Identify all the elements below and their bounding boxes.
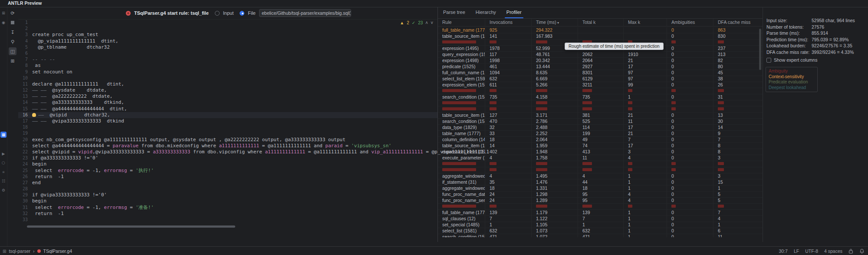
scroll-to-source-icon[interactable]: ↧ (9, 28, 16, 36)
file-radio-label[interactable]: File (248, 10, 256, 16)
profiler-row[interactable]: expression (1498)199820.342206421082 (438, 58, 763, 64)
column-header[interactable]: Time (ms) ▾ (531, 19, 578, 26)
editor-line[interactable]: 9set nocount on (18, 69, 437, 75)
find-icon[interactable]: ⚲ (9, 38, 16, 46)
status-file[interactable]: TSqlParser.g4 (43, 248, 72, 254)
editor-line[interactable]: 33 (18, 217, 437, 223)
profiler-row-ambiguous[interactable] (438, 204, 763, 210)
profiler-row-ambiguous[interactable] (438, 100, 763, 106)
column-header[interactable]: Ambiguities (667, 19, 713, 26)
table-scrollbar[interactable] (759, 29, 761, 70)
editor-line[interactable]: 16—— @vipid dtchar32, (18, 112, 437, 118)
expert-columns-label[interactable]: Show expert columns (774, 57, 817, 63)
window-menu-icon[interactable]: ⊞ (3, 249, 6, 254)
editor-line[interactable]: 21select @a4444444444444444 = paravalue … (18, 143, 437, 149)
profiler-row[interactable]: table_source_item (16...141167.9830830 (438, 33, 763, 40)
editor-line[interactable]: 18 (18, 124, 437, 130)
code-editor[interactable]: 123create proc up_com_test4 @p_vipa11111… (18, 19, 437, 242)
editor-line[interactable]: 11declare @a1111111111111 dtint, (18, 81, 437, 87)
file-radio[interactable] (240, 11, 244, 16)
editor-line[interactable]: 6 (18, 50, 437, 56)
profiler-row-ambiguous[interactable] (438, 167, 763, 173)
file-path-field[interactable]: ebelice/Github/tsql-parser/examples/big.… (259, 9, 351, 17)
editor-line[interactable]: 23if @a333333333333 !='0' (18, 155, 437, 161)
column-header[interactable]: Total k (578, 19, 623, 26)
editor-line[interactable]: 13—— —— @a2222222222 dtdate, (18, 93, 437, 99)
profiler-row[interactable]: func_proc_name_serv...241.28995405 (438, 198, 763, 204)
editor-line[interactable]: 25 select errorcode = -1, errormsg = '执行… (18, 168, 437, 174)
profiler-row[interactable]: search_condition (1519)7354.1587351031 (438, 94, 763, 100)
project-icon[interactable]: ⊞ (0, 10, 7, 16)
editor-line[interactable]: 10 (18, 75, 437, 81)
editor-lines[interactable]: 123create proc up_com_test4 @p_vipa11111… (18, 20, 437, 223)
commit-icon[interactable]: ◉ (0, 20, 7, 26)
profiler-row-ambiguous[interactable] (438, 106, 763, 113)
column-header[interactable]: DFA cache miss (713, 19, 763, 26)
warning-count[interactable]: 2 (407, 20, 409, 25)
intention-bulb-icon[interactable] (32, 113, 36, 117)
profiler-row[interactable]: aggregate_windowed...181.33118101 (438, 185, 763, 192)
tab-parse-tree[interactable]: Parse tree (438, 7, 470, 18)
column-header[interactable]: Rule (438, 19, 485, 26)
caret-position[interactable]: 30:7 (779, 248, 788, 254)
horizontal-scrollbar[interactable] (27, 225, 235, 228)
profiler-row[interactable]: set_special (1485)11.1051101 (438, 222, 763, 228)
editor-line[interactable]: 1 (18, 20, 437, 26)
editor-line[interactable]: 29if @vipa333333333333 !='0' (18, 192, 437, 198)
column-header[interactable]: Invocations (485, 19, 531, 26)
stop-icon[interactable] (9, 19, 16, 26)
profiler-row[interactable]: if_statement (31)351.476441015 (438, 179, 763, 185)
encoding-indicator[interactable]: UTF-8 (805, 248, 818, 254)
profiler-row[interactable]: column_definition (1421)182.06449707 (438, 137, 763, 143)
folder-icon[interactable] (349, 11, 351, 15)
editor-line[interactable]: 2 (18, 26, 437, 32)
editor-line[interactable]: 12—— —— @sysdate dtdate, (18, 87, 437, 93)
run-icon[interactable]: ▶ (0, 151, 7, 157)
editor-line[interactable]: 14—— —— @a333333333333 dtkind, (18, 99, 437, 106)
profiler-row[interactable]: select_list (1581)6321.073632106 (438, 228, 763, 234)
indent-indicator[interactable]: 4 spaces (824, 248, 842, 254)
profiler-row[interactable]: func_proc_name_data...241.29895405 (438, 192, 763, 198)
profiler-row[interactable]: full_column_name (17...10948.63583019704… (438, 70, 763, 76)
settings-icon[interactable]: ⚙ (0, 187, 7, 193)
next-issue-chevron-icon[interactable]: ˅ (431, 20, 433, 25)
profiler-row[interactable]: select_list_elem (1592)6326.669612997038 (438, 76, 763, 82)
profiler-table-header[interactable]: RuleInvocationsTime (ms) ▾Total kMax kAm… (438, 19, 763, 26)
editor-line[interactable]: 24begin (18, 161, 437, 167)
profiler-row[interactable]: table_source_item (15...1273.17138121013 (438, 113, 763, 119)
profiler-row[interactable]: predicate (1525)46113.444292717080 (438, 64, 763, 70)
expert-columns-checkbox[interactable] (766, 58, 771, 63)
notifications-bell-icon[interactable] (859, 248, 865, 254)
profiler-row[interactable]: query_expression (1527)11748.76120621910… (438, 52, 763, 58)
editor-line[interactable]: 15—— —— @a4444444444444444 dtint, (18, 106, 437, 112)
editor-line[interactable]: 8 as (18, 63, 437, 69)
editor-line[interactable]: 30begin (18, 198, 437, 204)
lock-icon[interactable] (848, 248, 853, 254)
profiler-table-body[interactable]: full_table_name (1775)925294.3220863tabl… (438, 27, 763, 237)
editor-line[interactable]: 27end (18, 180, 437, 186)
editor-line[interactable]: 19 (18, 130, 437, 136)
editor-line[interactable]: 4 @p_vipa1111111111111 dtint, (18, 38, 437, 44)
antlr-preview-icon[interactable]: ▦ (0, 132, 7, 138)
profiler-row[interactable]: data_type (1829)322.48811417014 (438, 125, 763, 131)
refresh-icon[interactable]: ⟳ (9, 9, 16, 17)
profiler-row[interactable]: expression_elem (1590)6115.266321199026 (438, 82, 763, 88)
profiler-row[interactable]: full_table_name (1773)1391.179139107 (438, 210, 763, 216)
status-project[interactable]: tsql-parser (9, 248, 30, 254)
profiler-row[interactable]: aggregate_windowed...41.4954103 (438, 173, 763, 179)
inspections-widget[interactable]: ▲ 2 ✓ 23 ˄ ˅ (400, 20, 433, 25)
profiler-row[interactable]: expression_elem (1589)4021.948413308 (438, 149, 763, 155)
terminal-icon[interactable]: ≡ (0, 169, 7, 175)
input-radio-label[interactable]: Input (223, 10, 233, 16)
editor-line[interactable]: 26 return -1 (18, 174, 437, 180)
problems-icon[interactable]: ☷ (0, 178, 7, 184)
tab-profiler[interactable]: Profiler (501, 7, 527, 18)
profiler-row[interactable]: execute_parameter (1...41.75811403 (438, 155, 763, 161)
column-header[interactable]: Max k (623, 19, 667, 26)
profiler-row[interactable]: table_source_item (15...141.959741708 (438, 143, 763, 149)
editor-line[interactable]: 3create proc up_com_test (18, 32, 437, 38)
input-radio[interactable] (215, 11, 220, 16)
profiler-row-ambiguous[interactable] (438, 88, 763, 94)
line-ending-indicator[interactable]: LF (794, 248, 799, 254)
check-count[interactable]: 23 (418, 20, 423, 25)
